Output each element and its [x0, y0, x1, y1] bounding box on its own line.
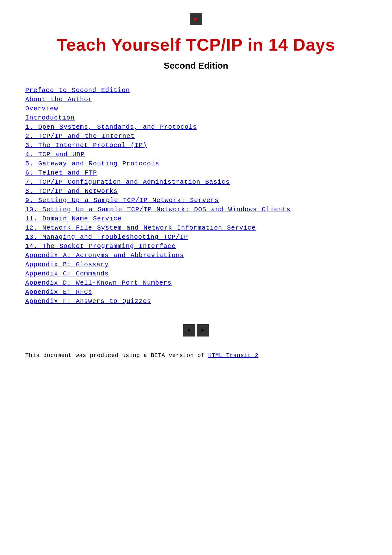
toc-link-8[interactable]: 5. Gateway and Routing Protocols [25, 160, 159, 167]
top-navigation: ▶ [25, 13, 367, 25]
toc-link-5[interactable]: 2. TCP/IP and the Internet [25, 133, 135, 140]
list-item: Appendix F: Answers to Quizzes [25, 298, 367, 305]
list-item: 6. Telnet and FTP [25, 169, 367, 176]
toc-link-13[interactable]: 10. Setting Up a Sample TCP/IP Network: … [25, 206, 291, 213]
list-item: 1. Open Systems, Standards, and Protocol… [25, 123, 367, 131]
toc-link-10[interactable]: 7. TCP/IP Configuration and Administrati… [25, 178, 230, 186]
bottom-navigation: ▲ ▶ [25, 324, 367, 336]
list-item: 13. Managing and Troubleshooting TCP/IP [25, 233, 367, 241]
toc-link-23[interactable]: Appendix F: Answers to Quizzes [25, 298, 151, 305]
list-item: 7. TCP/IP Configuration and Administrati… [25, 178, 367, 186]
toc-link-11[interactable]: 8. TCP/IP and Networks [25, 188, 118, 195]
list-item: 11. Domain Name Service [25, 215, 367, 222]
toc-link-9[interactable]: 6. Telnet and FTP [25, 169, 97, 176]
list-item: Appendix A: Acronyms and Abbreviations [25, 252, 367, 259]
list-item: 5. Gateway and Routing Protocols [25, 160, 367, 167]
list-item: Overview [25, 105, 367, 112]
toc-link-16[interactable]: 13. Managing and Troubleshooting TCP/IP [25, 233, 188, 241]
toc-link-20[interactable]: Appendix C: Commands [25, 270, 109, 277]
footer-text-before: This document was produced using a BETA … [25, 352, 208, 359]
toc-link-22[interactable]: Appendix E: RFCs [25, 288, 92, 296]
toc-link-17[interactable]: 14. The Socket Programming Interface [25, 243, 176, 250]
list-item: 8. TCP/IP and Networks [25, 188, 367, 195]
list-item: 12. Network File System and Network Info… [25, 224, 367, 231]
list-item: Introduction [25, 114, 367, 121]
bottom-next-button[interactable]: ▶ [197, 324, 209, 336]
footer: This document was produced using a BETA … [25, 352, 367, 359]
list-item: Appendix C: Commands [25, 270, 367, 277]
toc-link-21[interactable]: Appendix D: Well-Known Port Numbers [25, 279, 172, 287]
list-item: Appendix E: RFCs [25, 288, 367, 296]
toc-link-14[interactable]: 11. Domain Name Service [25, 215, 122, 222]
list-item: About the Author [25, 96, 367, 103]
list-item: 3. The Internet Protocol (IP) [25, 142, 367, 149]
toc-link-12[interactable]: 9. Setting Up a Sample TCP/IP Network: S… [25, 197, 219, 204]
prev-arrow-icon: ▲ [187, 327, 191, 333]
table-of-contents: Preface to Second EditionAbout the Autho… [25, 87, 367, 305]
list-item: Appendix D: Well-Known Port Numbers [25, 279, 367, 287]
toc-link-19[interactable]: Appendix B: Glossary [25, 261, 109, 268]
toc-link-0[interactable]: Preface to Second Edition [25, 87, 130, 94]
toc-link-4[interactable]: 1. Open Systems, Standards, and Protocol… [25, 123, 197, 131]
bottom-prev-button[interactable]: ▲ [183, 324, 195, 336]
toc-link-2[interactable]: Overview [25, 105, 58, 112]
toc-link-15[interactable]: 12. Network File System and Network Info… [25, 224, 256, 231]
toc-link-7[interactable]: 4. TCP and UDP [25, 151, 85, 158]
list-item: 4. TCP and UDP [25, 151, 367, 158]
toc-link-1[interactable]: About the Author [25, 96, 92, 103]
next-arrow-icon-bottom: ▶ [201, 327, 205, 333]
list-item: 14. The Socket Programming Interface [25, 243, 367, 250]
top-next-button[interactable]: ▶ [190, 13, 202, 25]
toc-link-6[interactable]: 3. The Internet Protocol (IP) [25, 142, 147, 149]
list-item: Appendix B: Glossary [25, 261, 367, 268]
footer-link[interactable]: HTML Transit 2 [208, 352, 258, 359]
page-title: Teach Yourself TCP/IP in 14 Days [25, 35, 367, 54]
page-subtitle: Second Edition [25, 61, 367, 71]
toc-link-18[interactable]: Appendix A: Acronyms and Abbreviations [25, 252, 184, 259]
list-item: Preface to Second Edition [25, 87, 367, 94]
list-item: 10. Setting Up a Sample TCP/IP Network: … [25, 206, 367, 213]
toc-link-3[interactable]: Introduction [25, 114, 75, 121]
list-item: 2. TCP/IP and the Internet [25, 133, 367, 140]
next-arrow-icon: ▶ [194, 16, 198, 22]
list-item: 9. Setting Up a Sample TCP/IP Network: S… [25, 197, 367, 204]
